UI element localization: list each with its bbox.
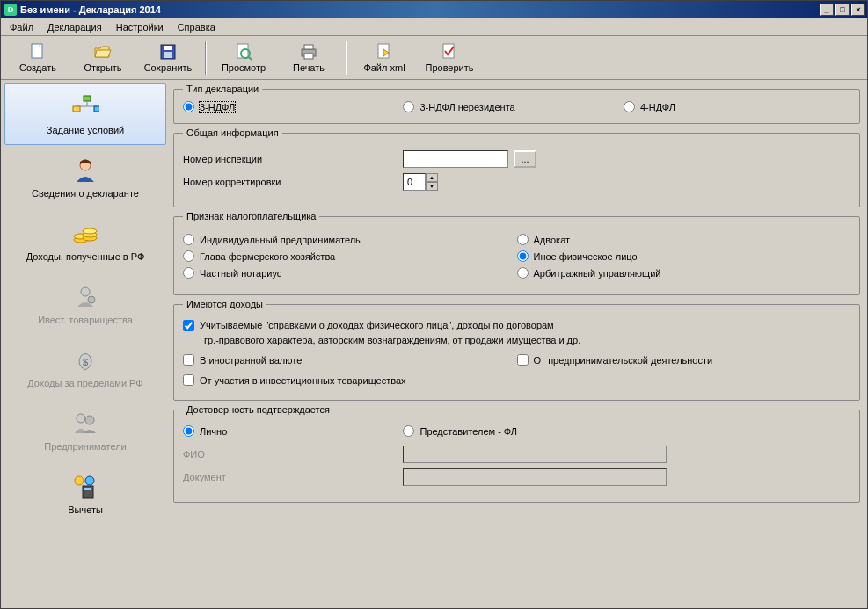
invest-icon [71, 283, 99, 311]
titlebar: D Без имени - Декларация 2014 _ □ × [1, 1, 867, 18]
chk-income-foreign[interactable]: В иностранной валюте [183, 354, 302, 366]
minimize-button[interactable]: _ [820, 4, 834, 16]
panel-taxpayer: Признак налогоплательщика Индивидуальный… [173, 211, 860, 295]
label-doc: Документ [183, 472, 403, 482]
menu-declaration[interactable]: Декларация [42, 20, 107, 34]
chk-income-business[interactable]: От предпринимательской деятельности [517, 354, 713, 366]
label-fio: ФИО [183, 449, 403, 460]
sidebar-item-foreign: $ Доходы за пределами РФ [4, 337, 166, 398]
main-area: Задание условий Сведения о декларанте До… [1, 80, 867, 608]
doc-input [403, 468, 667, 486]
menubar: Файл Декларация Настройки Справка [1, 18, 867, 36]
print-button[interactable]: Печать [277, 38, 340, 78]
preview-button[interactable]: Просмотр [212, 38, 275, 78]
svg-rect-32 [84, 488, 91, 490]
legend-taxpayer: Признак налогоплательщика [183, 211, 319, 221]
open-button[interactable]: Открыть [71, 38, 135, 78]
svg-rect-13 [84, 96, 91, 101]
sidebar-item-conditions[interactable]: Задание условий [4, 83, 166, 145]
svg-point-25 [88, 296, 95, 303]
svg-rect-9 [304, 45, 313, 49]
menu-help[interactable]: Справка [172, 20, 221, 34]
legend-general: Общая информация [183, 127, 282, 138]
toolbar-separator [346, 41, 347, 75]
svg-point-23 [83, 228, 97, 234]
svg-rect-12 [443, 44, 454, 58]
svg-text:$: $ [83, 357, 88, 367]
save-disk-icon [158, 42, 178, 62]
chk-income-main-sub: гр.-правового характера, авторским возна… [204, 335, 850, 345]
sidebar-item-invest: Ивест. товарищества [4, 273, 166, 335]
inspection-input[interactable] [403, 150, 508, 168]
window-controls: _ □ × [820, 4, 865, 16]
money-bag-icon: $ [71, 346, 99, 374]
svg-rect-4 [164, 52, 172, 58]
xml-button[interactable]: Файл xml [353, 38, 416, 78]
legend-trust: Достоверность подтверждается [183, 404, 333, 415]
xml-file-icon [375, 42, 394, 62]
menu-file[interactable]: Файл [4, 20, 39, 34]
panel-income: Имеются доходы Учитываемые "справками о … [173, 299, 860, 401]
app-window: D Без имени - Декларация 2014 _ □ × Файл… [0, 0, 868, 609]
svg-point-27 [77, 414, 85, 423]
radio-representative[interactable]: Представителем - ФЛ [403, 425, 517, 437]
svg-rect-16 [73, 106, 80, 112]
correction-input[interactable] [403, 173, 426, 191]
svg-point-29 [75, 476, 84, 485]
chk-income-main[interactable] [183, 320, 194, 331]
label-inspection: Номер инспекции [183, 154, 403, 164]
app-icon: D [4, 4, 17, 16]
radio-other-person[interactable]: Иное физическое лицо [517, 250, 638, 262]
sidebar-item-business: Предприниматели [4, 400, 166, 461]
correction-spin-down[interactable]: ▼ [426, 182, 438, 191]
conditions-icon [71, 93, 99, 121]
window-title: Без имени - Декларация 2014 [20, 4, 820, 15]
svg-point-30 [85, 476, 94, 485]
correction-spin-up[interactable]: ▲ [426, 173, 438, 182]
svg-rect-10 [304, 54, 313, 59]
sidebar-item-declarant[interactable]: Сведения о декларанте [4, 147, 166, 208]
content-area: Тип декларации 3-НДФЛ 3-НДФЛ нерезидента… [170, 80, 867, 608]
radio-notary[interactable]: Частный нотариус [183, 267, 281, 279]
svg-line-7 [249, 57, 252, 60]
coins-icon [71, 220, 99, 248]
create-button[interactable]: Создать [6, 38, 69, 78]
svg-rect-17 [94, 106, 99, 112]
radio-3ndfl[interactable]: 3-НДФЛ [183, 101, 235, 112]
legend-declaration-type: Тип декларации [183, 83, 262, 94]
radio-4ndfl[interactable]: 4-НДФЛ [624, 101, 675, 112]
svg-point-24 [81, 287, 90, 296]
sidebar-item-deductions[interactable]: Вычеты [4, 463, 166, 525]
deductions-icon [71, 473, 99, 501]
panel-trust: Достоверность подтверждается Лично Предс… [173, 404, 860, 503]
check-button[interactable]: Проверить [418, 38, 481, 78]
chk-income-invest[interactable]: От участия в инвестиционных товарищества… [183, 374, 406, 386]
open-folder-icon [93, 42, 113, 62]
radio-ip[interactable]: Индивидуальный предприниматель [183, 234, 361, 245]
radio-farm[interactable]: Глава фермерского хозяйства [183, 250, 335, 262]
maximize-button[interactable]: □ [835, 4, 850, 16]
panel-general-info: Общая информация Номер инспекции ... Ном… [173, 127, 860, 207]
close-button[interactable]: × [851, 4, 865, 16]
sidebar: Задание условий Сведения о декларанте До… [1, 80, 170, 608]
svg-point-28 [85, 416, 94, 424]
radio-arbitr[interactable]: Арбитражный управляющий [517, 267, 661, 279]
business-people-icon [71, 410, 99, 438]
radio-self[interactable]: Лично [183, 425, 227, 437]
toolbar-separator [205, 41, 207, 75]
printer-icon [299, 42, 318, 62]
chk-income-main-label: Учитываемые "справками о доходах физичес… [200, 320, 554, 330]
radio-3ndfl-nonres[interactable]: 3-НДФЛ нерезидента [403, 101, 514, 112]
panel-declaration-type: Тип декларации 3-НДФЛ 3-НДФЛ нерезидента… [173, 83, 860, 124]
svg-rect-3 [164, 46, 172, 50]
label-correction: Номер корректировки [183, 177, 403, 187]
sidebar-item-income-rf[interactable]: Доходы, полученные в РФ [4, 210, 166, 272]
check-icon [440, 42, 459, 62]
inspection-lookup-button[interactable]: ... [514, 150, 536, 168]
toolbar: Создать Открыть Сохранить Просмотр Печа [1, 36, 867, 80]
save-button[interactable]: Сохранить [136, 38, 200, 78]
legend-income: Имеются доходы [183, 299, 266, 309]
radio-lawyer[interactable]: Адвокат [517, 234, 571, 245]
menu-settings[interactable]: Настройки [111, 20, 169, 34]
fio-input [403, 446, 667, 463]
